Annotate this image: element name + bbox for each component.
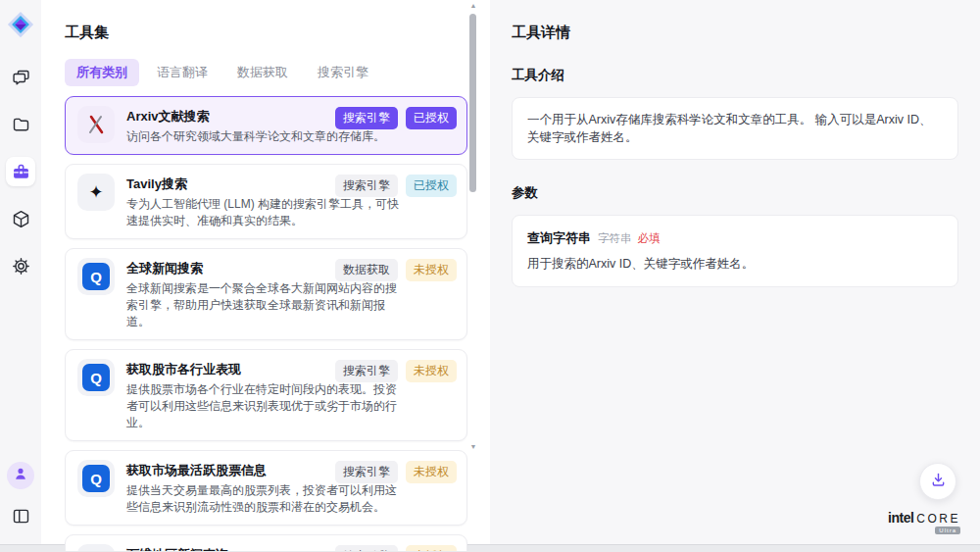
auth-status-badge: 未授权	[406, 360, 457, 382]
scrollbar-thumb[interactable]	[469, 14, 476, 192]
tool-card-regional-news[interactable]: 万维地区新闻查询 查询具体行政区划内的新闻，快速了解各地新闻动态。 搜索引擎 未…	[65, 534, 467, 551]
download-icon	[929, 471, 948, 492]
category-badge: 搜索引擎	[335, 545, 398, 551]
tool-card-stock-sectors[interactable]: Q 获取股市各行业表现 提供股票市场各个行业在特定时间段内的表现。投资者可以利用…	[65, 349, 467, 441]
category-badge: 搜索引擎	[335, 175, 398, 197]
intro-card: 一个用于从Arxiv存储库搜索科学论文和文章的工具。 输入可以是Arxiv ID…	[512, 97, 958, 160]
gear-icon	[11, 256, 31, 276]
q-logo-icon: Q	[77, 258, 115, 295]
download-button[interactable]	[919, 463, 956, 500]
tool-description: 访问各个研究领域大量科学论文和文章的存储库。	[126, 128, 405, 145]
sidebar-item-packages[interactable]	[6, 204, 35, 233]
param-name: 查询字符串	[527, 229, 591, 247]
intel-core-logo: intel core Ultra	[888, 510, 960, 534]
auth-status-badge: 未授权	[406, 461, 457, 483]
sidebar-item-chat[interactable]	[6, 63, 35, 92]
q-logo-icon: Q	[77, 460, 115, 497]
tool-badges: 搜索引擎 已授权	[335, 175, 457, 197]
tavily-logo-icon: ✦	[77, 174, 115, 211]
params-heading: 参数	[512, 184, 958, 202]
tools-list-panel: 工具集 所有类别 语言翻译 数据获取 搜索引擎 Arxiv文献搜索 访问各个研究…	[41, 0, 490, 544]
sidebar-item-files[interactable]	[6, 110, 35, 139]
tab-search-engine[interactable]: 搜索引擎	[306, 59, 380, 86]
tool-description: 提供当天交易量最高的股票列表，投资者可以利用这些信息来识别流动性强的股票和潜在的…	[126, 482, 405, 516]
tool-badges: 搜索引擎 未授权	[335, 461, 457, 483]
sidebar-item-settings[interactable]	[6, 251, 35, 280]
intro-heading: 工具介绍	[512, 67, 958, 84]
intel-product-text: core	[916, 512, 960, 526]
category-badge: 数据获取	[335, 259, 398, 281]
tab-data-fetch[interactable]: 数据获取	[225, 59, 300, 86]
sidebar-rail	[0, 0, 41, 544]
scroll-up-icon[interactable]: ▲	[469, 2, 477, 10]
tool-card-tavily[interactable]: ✦ Tavily搜索 专为人工智能代理 (LLM) 构建的搜索引擎工具，可快速提…	[65, 164, 467, 239]
tab-all-categories[interactable]: 所有类别	[65, 59, 139, 86]
tool-card-arxiv[interactable]: Arxiv文献搜索 访问各个研究领域大量科学论文和文章的存储库。 搜索引擎 已授…	[65, 96, 467, 155]
intel-brand-text: intel	[888, 510, 913, 526]
tool-list: Arxiv文献搜索 访问各个研究领域大量科学论文和文章的存储库。 搜索引擎 已授…	[65, 96, 490, 551]
q-logo-icon: Q	[77, 359, 115, 396]
tool-description: 全球新闻搜索是一个聚合全球各大新闻网站内容的搜索引擎，帮助用户快速获取全球最新资…	[126, 280, 405, 330]
user-icon	[12, 465, 29, 486]
intel-ultra-badge: Ultra	[935, 527, 960, 534]
tool-badges: 数据获取 未授权	[335, 259, 457, 281]
app-window: 工具集 所有类别 语言翻译 数据获取 搜索引擎 Arxiv文献搜索 访问各个研究…	[0, 0, 980, 545]
tool-detail-panel: 工具详情 工具介绍 一个用于从Arxiv存储库搜索科学论文和文章的工具。 输入可…	[490, 0, 980, 544]
chat-icon	[11, 68, 31, 88]
category-badge: 搜索引擎	[335, 107, 398, 129]
auth-status-badge: 已授权	[406, 175, 457, 197]
sidebar-item-collapse[interactable]	[6, 501, 35, 530]
tool-description: 专为人工智能代理 (LLM) 构建的搜索引擎工具，可快速提供实时、准确和真实的结…	[126, 196, 405, 229]
scroll-down-icon[interactable]: ▼	[469, 443, 477, 451]
param-description: 用于搜索的Arxiv ID、关键字或作者姓名。	[527, 256, 943, 273]
rail-nav	[6, 63, 35, 280]
arxiv-logo-icon	[77, 106, 115, 143]
param-type: 字符串	[598, 231, 632, 246]
tool-description: 提供股票市场各个行业在特定时间段内的表现。投资者可以利用这些信息来识别表现优于或…	[126, 381, 405, 431]
tool-badges: 搜索引擎 未授权	[335, 360, 457, 382]
sidebar-item-tools[interactable]	[6, 157, 35, 186]
auth-status-badge: 已授权	[406, 107, 457, 129]
cube-icon	[11, 209, 31, 229]
newspaper-icon	[77, 544, 115, 551]
tool-badges: 搜索引擎 已授权	[335, 107, 457, 129]
app-logo-icon[interactable]	[6, 10, 35, 39]
toolbox-icon	[11, 162, 31, 182]
tool-card-global-news[interactable]: Q 全球新闻搜索 全球新闻搜索是一个聚合全球各大新闻网站内容的搜索引擎，帮助用户…	[65, 248, 467, 340]
param-card: 查询字符串 字符串 必填 用于搜索的Arxiv ID、关键字或作者姓名。	[512, 215, 958, 287]
detail-title: 工具详情	[512, 24, 958, 42]
category-badge: 搜索引擎	[335, 360, 398, 382]
category-badge: 搜索引擎	[335, 461, 398, 483]
tool-card-active-stocks[interactable]: Q 获取市场最活跃股票信息 提供当天交易量最高的股票列表，投资者可以利用这些信息…	[65, 450, 467, 526]
folder-icon	[11, 115, 31, 135]
list-scrollbar[interactable]: ▲ ▼	[469, 2, 477, 451]
intro-text: 一个用于从Arxiv存储库搜索科学论文和文章的工具。 输入可以是Arxiv ID…	[527, 111, 943, 146]
category-tabs: 所有类别 语言翻译 数据获取 搜索引擎	[65, 59, 490, 86]
page-title: 工具集	[65, 24, 490, 42]
auth-status-badge: 未授权	[406, 259, 457, 281]
tab-language-translation[interactable]: 语言翻译	[145, 59, 220, 86]
param-required-flag: 必填	[638, 231, 661, 246]
tool-badges: 搜索引擎 未授权	[335, 545, 457, 551]
auth-status-badge: 未授权	[406, 545, 457, 551]
sidebar-item-user[interactable]	[7, 462, 34, 489]
rail-bottom	[6, 462, 35, 530]
panels-icon	[11, 506, 31, 527]
